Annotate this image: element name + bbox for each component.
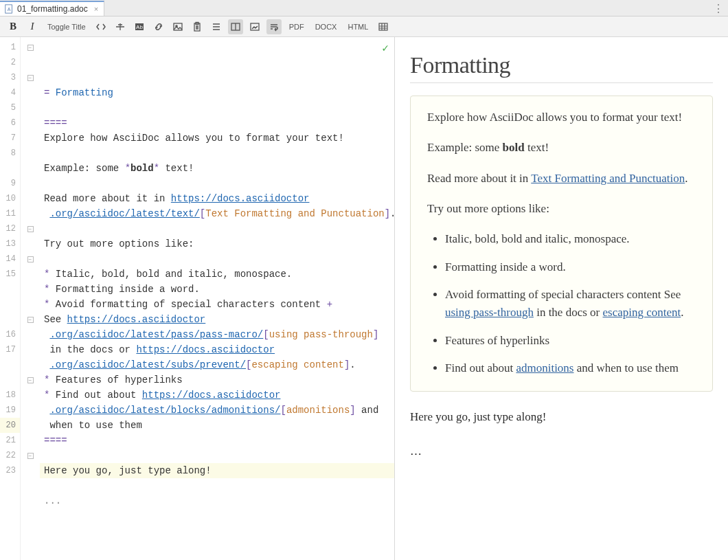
soft-wrap-button[interactable] xyxy=(266,19,282,34)
preview-link[interactable]: escaping content xyxy=(603,306,681,319)
code-area[interactable]: ✓ = Formatting====Explore how AsciiDoc a… xyxy=(40,37,394,560)
export-html-button[interactable]: HTML xyxy=(344,19,372,34)
code-button[interactable] xyxy=(93,19,109,34)
list-item: Italic, bold, bold and italic, monospace… xyxy=(445,230,696,248)
text: Avoid formatting of special characters c… xyxy=(445,288,681,301)
tab-bar: A 01_formatting.adoc × ⋮ xyxy=(0,0,728,16)
svg-rect-4 xyxy=(174,23,182,30)
preview-paragraph: Read more about it in Text Formatting an… xyxy=(427,170,696,188)
text: . xyxy=(681,306,683,319)
preview-body: Here you go, just type along! … xyxy=(410,408,713,460)
fold-gutter[interactable] xyxy=(21,37,40,560)
bold-button[interactable]: B xyxy=(5,19,21,34)
italic-button[interactable]: I xyxy=(25,19,40,34)
preview-paragraph: Explore how AsciiDoc allows you to forma… xyxy=(427,109,696,126)
line-number-gutter: 1234567891011121314151617181920212223 xyxy=(0,37,21,560)
editor-pane[interactable]: 1234567891011121314151617181920212223 ✓ … xyxy=(0,37,395,560)
preview-title: Formatting xyxy=(410,52,713,83)
file-tab[interactable]: A 01_formatting.adoc × xyxy=(0,1,104,16)
list-item: Formatting inside a word. xyxy=(445,258,696,276)
tab-overflow-button[interactable]: ⋮ xyxy=(713,2,724,15)
text: and when to use them xyxy=(573,361,679,374)
toggle-title-button[interactable]: Toggle Title xyxy=(44,19,89,34)
validation-ok-icon: ✓ xyxy=(382,41,389,56)
svg-text:A: A xyxy=(8,7,11,12)
preview-link[interactable]: using pass-through xyxy=(445,306,534,319)
asciidoc-file-icon: A xyxy=(4,4,14,14)
svg-rect-9 xyxy=(251,23,259,30)
text: Find out about xyxy=(445,361,516,374)
insert-image-button[interactable] xyxy=(247,19,262,34)
link-button[interactable] xyxy=(151,19,166,34)
list-item: Avoid formatting of special characters c… xyxy=(445,286,696,322)
text: Read more about it in xyxy=(427,172,531,185)
text: text! xyxy=(525,141,549,154)
table-button[interactable] xyxy=(376,19,391,34)
list-button[interactable] xyxy=(209,19,224,34)
list-item: Features of hyperlinks xyxy=(445,332,696,350)
preview-paragraph: Here you go, just type along! xyxy=(410,408,713,426)
image-button[interactable] xyxy=(170,19,185,34)
highlight-button[interactable]: Ab xyxy=(132,19,147,34)
list-item: Find out about admonitions and when to u… xyxy=(445,359,696,377)
close-tab-button[interactable]: × xyxy=(94,5,98,13)
bold-text: bold xyxy=(503,141,525,154)
preview-paragraph: Try out more options like: xyxy=(427,200,696,218)
preview-example-block: Explore how AsciiDoc allows you to forma… xyxy=(410,96,713,392)
preview-paragraph: Example: some bold text! xyxy=(427,139,696,157)
preview-link[interactable]: Text Formatting and Punctuation xyxy=(531,172,685,185)
editor-toolbar: B I Toggle Title Ab PDF DOCX HTML xyxy=(0,16,728,37)
svg-text:Ab: Ab xyxy=(136,24,143,30)
svg-rect-10 xyxy=(379,23,387,30)
preview-paragraph: … xyxy=(410,443,713,460)
preview-pane: Formatting Explore how AsciiDoc allows y… xyxy=(395,37,728,560)
text: . xyxy=(685,172,687,185)
layout-split-button[interactable] xyxy=(228,19,243,34)
text: in the docs or xyxy=(534,306,603,319)
preview-list: Italic, bold, bold and italic, monospace… xyxy=(427,230,696,377)
clipboard-button[interactable] xyxy=(190,19,205,34)
export-pdf-button[interactable]: PDF xyxy=(286,19,308,34)
text: Example: some xyxy=(427,141,503,154)
strikethrough-button[interactable] xyxy=(113,19,128,34)
tab-filename: 01_formatting.adoc xyxy=(17,4,88,14)
export-docx-button[interactable]: DOCX xyxy=(312,19,341,34)
split-pane: 1234567891011121314151617181920212223 ✓ … xyxy=(0,37,728,560)
preview-link[interactable]: admonitions xyxy=(516,361,573,374)
